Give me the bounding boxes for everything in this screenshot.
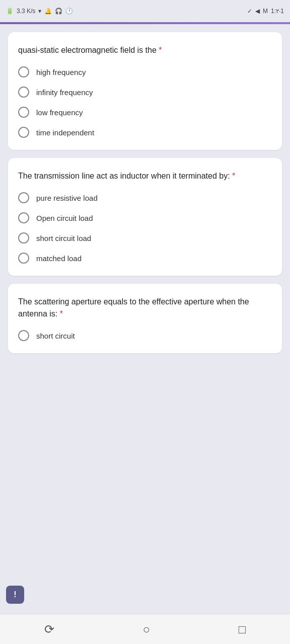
signal-text: 3.3 K/s <box>17 8 35 15</box>
radio-q3o1[interactable] <box>18 330 29 341</box>
option-q1-low-frequency[interactable]: low frequency <box>18 107 272 118</box>
required-star-3: * <box>60 309 63 318</box>
option-q1o3-label: low frequency <box>36 108 83 117</box>
shield-icon: ✓ <box>247 8 252 15</box>
question-card-1: quasi-static electromagnetic field is th… <box>8 32 282 150</box>
option-q3-short-circuit[interactable]: short circuit <box>18 330 272 341</box>
option-q1o4-label: time independent <box>36 128 94 137</box>
nav-refresh-icon[interactable]: ⟳ <box>44 622 54 636</box>
required-star-1: * <box>159 46 162 54</box>
option-q2-short-circuit[interactable]: short circuit load <box>18 232 272 244</box>
status-right: ✓ ◀ M 1:۲·1 <box>247 8 284 15</box>
option-q1o2-label: infinity frequency <box>36 88 93 97</box>
bottom-nav: ⟳ ○ □ <box>0 614 290 644</box>
nav-home-icon[interactable]: ○ <box>142 622 150 636</box>
required-star-2: * <box>232 172 235 180</box>
question-2-options: pure resistive load Open circuit load sh… <box>18 192 272 264</box>
option-q2o3-label: short circuit load <box>36 234 91 243</box>
radio-q1o3[interactable] <box>18 107 29 118</box>
time-display: 1:۲·1 <box>271 8 284 15</box>
question-1-options: high frequency infinity frequency low fr… <box>18 66 272 138</box>
radio-q1o1[interactable] <box>18 66 29 77</box>
clock-icon: 🕐 <box>65 8 73 15</box>
option-q3o1-label: short circuit <box>36 332 75 340</box>
question-1-text: quasi-static electromagnetic field is th… <box>18 44 272 56</box>
battery-icon: 🔋 <box>6 8 14 15</box>
question-3-options: short circuit <box>18 330 272 341</box>
status-bar: 🔋 3.3 K/s ▾ 🔔 🎧 🕐 ✓ ◀ M 1:۲·1 <box>0 0 290 22</box>
main-content: quasi-static electromagnetic field is th… <box>0 24 290 644</box>
option-q1-time-independent[interactable]: time independent <box>18 127 272 138</box>
wifi-icon: ▾ <box>38 8 41 15</box>
radio-q2o2[interactable] <box>18 212 29 223</box>
option-q1-infinity-frequency[interactable]: infinity frequency <box>18 87 272 98</box>
question-2-text: The transmission line act as inductor wh… <box>18 170 272 182</box>
option-q2o2-label: Open circuit load <box>36 214 93 222</box>
option-q1-high-frequency[interactable]: high frequency <box>18 66 272 77</box>
nav-back-icon[interactable]: □ <box>239 622 246 636</box>
fab-button[interactable]: ! <box>6 586 24 604</box>
option-q1o1-label: high frequency <box>36 68 86 76</box>
mail-icon: M <box>263 8 268 15</box>
radio-q2o3[interactable] <box>18 232 29 244</box>
notification-icon: 🔔 <box>44 8 52 15</box>
fab-label: ! <box>14 590 16 599</box>
option-q2o1-label: pure resistive load <box>36 194 98 202</box>
question-card-2: The transmission line act as inductor wh… <box>8 158 282 276</box>
question-card-3: The scattering aperture equals to the ef… <box>8 284 282 353</box>
location-icon: ◀ <box>255 8 260 15</box>
radio-q2o4[interactable] <box>18 253 29 264</box>
status-left: 🔋 3.3 K/s ▾ 🔔 🎧 🕐 <box>6 8 73 15</box>
headphone-icon: 🎧 <box>55 8 62 15</box>
option-q2-matched-load[interactable]: matched load <box>18 253 272 264</box>
radio-q2o1[interactable] <box>18 192 29 203</box>
option-q2-pure-resistive[interactable]: pure resistive load <box>18 192 272 203</box>
option-q2o4-label: matched load <box>36 254 82 263</box>
radio-q1o4[interactable] <box>18 127 29 138</box>
radio-q1o2[interactable] <box>18 87 29 98</box>
option-q2-open-circuit[interactable]: Open circuit load <box>18 212 272 223</box>
question-3-text: The scattering aperture equals to the ef… <box>18 296 272 320</box>
